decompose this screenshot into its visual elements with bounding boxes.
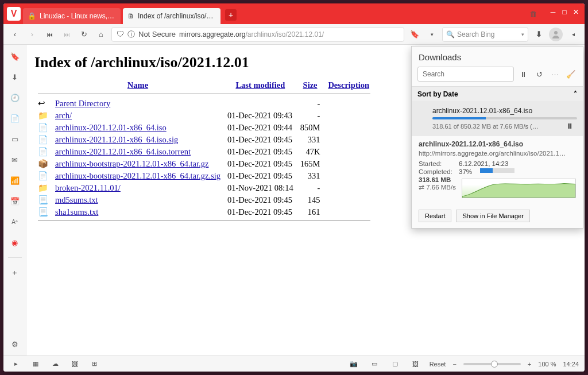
txt-icon: 📃 xyxy=(38,207,48,217)
table-row: 📃 md5sums.txt 01-Dec-2021 09:45 145 xyxy=(34,194,374,206)
directory-listing: Name Last modified Size Description ↩ Pa… xyxy=(34,79,374,225)
sort-bar[interactable]: Sort by Date ˄ xyxy=(412,86,583,102)
table-row: 📄 archlinux-2021.12.01-x86_64.iso.torren… xyxy=(34,146,374,158)
zoom-slider[interactable] xyxy=(463,363,521,365)
minimize-button[interactable]: ─ xyxy=(548,7,558,17)
panel-toggle-icon[interactable]: ▸ xyxy=(9,357,23,371)
pause-icon[interactable]: ⏸ xyxy=(566,122,574,130)
file-icon: 📄 xyxy=(38,135,48,144)
file-icon: 📄 xyxy=(38,123,48,132)
show-in-fm-button[interactable]: Show in File Manager xyxy=(456,210,529,222)
clear-icon[interactable]: 🧹 xyxy=(565,67,578,81)
back-button[interactable]: ‹ xyxy=(8,28,22,41)
parent-dir-link[interactable]: Parent Directory xyxy=(55,99,110,108)
address-bar[interactable]: 🛡 ⓘ Not Secure mirrors.aggregate.org/arc… xyxy=(111,27,404,42)
capture-icon[interactable]: 📷 xyxy=(347,357,361,371)
rewind-button[interactable]: ⏮ xyxy=(42,28,56,41)
more-icon[interactable]: ⋯ xyxy=(549,67,562,81)
col-modified[interactable]: Last modified xyxy=(224,79,297,91)
file-link[interactable]: archlinux-2021.12.01-x86_64.iso.sig xyxy=(55,135,178,144)
page-icon: 🗎 xyxy=(127,12,134,20)
tile-icon[interactable]: ▦ xyxy=(29,357,42,371)
tab-label: Linuxiac - Linux news, tuto xyxy=(40,12,116,20)
retry-icon[interactable]: ↺ xyxy=(533,67,546,81)
notes-icon[interactable]: 📄 xyxy=(8,111,22,125)
trash-icon[interactable]: 🗑 xyxy=(526,7,540,21)
table-row: 📄 archlinux-2021.12.01-x86_64.iso 01-Dec… xyxy=(34,122,374,134)
file-link[interactable]: broken-2021.11.01/ xyxy=(55,183,121,192)
chevron-down-icon[interactable]: ▾ xyxy=(521,32,524,37)
profile-avatar[interactable] xyxy=(549,28,563,41)
gz-icon: 📦 xyxy=(38,159,48,168)
vivaldi-logo: V xyxy=(7,7,21,21)
file-link[interactable]: archlinux-bootstrap-2021.12.01-x86_64.ta… xyxy=(55,159,208,168)
col-size[interactable]: Size xyxy=(297,79,324,91)
tab-active[interactable]: 🗎 Index of /archlinux/iso/202 xyxy=(123,8,220,24)
maximize-button[interactable]: □ xyxy=(559,7,570,17)
info-icon: ⓘ xyxy=(127,29,135,40)
table-row: 📁 arch/ 01-Dec-2021 09:43 - xyxy=(34,110,374,122)
file-link[interactable]: archlinux-bootstrap-2021.12.01-x86_64.ta… xyxy=(55,171,220,180)
download-item[interactable]: archlinux-2021.12.01-x86_64.iso 318.61 o… xyxy=(412,102,583,135)
downloads-button[interactable]: ⬇ xyxy=(532,28,546,41)
panel-toggle[interactable]: ◂ xyxy=(566,28,580,41)
chevron-down-icon[interactable]: ▾ xyxy=(425,28,439,41)
reset-zoom[interactable]: Reset xyxy=(430,361,446,368)
add-panel-icon[interactable]: ＋ xyxy=(8,266,22,280)
svg-point-0 xyxy=(554,31,558,34)
zoom-out[interactable]: − xyxy=(452,361,456,368)
tile-view-icon[interactable]: ⊞ xyxy=(87,357,101,371)
chevron-up-icon: ˄ xyxy=(574,90,577,98)
downloads-panel: Downloads ⏸ ↺ ⋯ 🧹 Sort by Date ˄ archlin… xyxy=(411,46,583,229)
folder-icon: 📁 xyxy=(38,183,48,192)
image-icon[interactable]: 🖼 xyxy=(68,357,82,371)
reload-button[interactable]: ↻ xyxy=(77,28,91,41)
back-icon: ↩ xyxy=(38,99,45,108)
cloud-icon[interactable]: ☁ xyxy=(48,357,62,371)
tab-inactive[interactable]: 🔒 Linuxiac - Linux news, tuto xyxy=(23,8,121,24)
downloads-icon[interactable]: ⬇ xyxy=(8,70,22,84)
forward-button[interactable]: › xyxy=(25,28,39,41)
feed-icon[interactable]: 📶 xyxy=(8,173,22,187)
zoom-in[interactable]: + xyxy=(528,361,531,368)
table-row: 📄 archlinux-2021.12.01-x86_64.iso.sig 01… xyxy=(34,134,374,146)
vivaldi-icon[interactable]: ◉ xyxy=(8,235,22,249)
view-icon[interactable]: ▭ xyxy=(368,357,381,371)
translate-icon[interactable]: Aᵃ xyxy=(8,215,22,229)
file-link[interactable]: archlinux-2021.12.01-x86_64.iso.torrent xyxy=(55,147,191,156)
restart-button[interactable]: Restart xyxy=(419,210,451,222)
search-placeholder: Search Bing xyxy=(457,30,494,38)
images-icon[interactable]: 🖼 xyxy=(409,357,423,371)
search-engine-icon: 🔍 xyxy=(446,30,455,38)
download-details: archlinux-2021.12.01-x86_64.iso http://m… xyxy=(412,135,583,206)
file-link[interactable]: arch/ xyxy=(55,111,72,120)
window-icon[interactable]: ▭ xyxy=(8,132,22,146)
col-name[interactable]: Name xyxy=(52,79,224,91)
file-link[interactable]: archlinux-2021.12.01-x86_64.iso xyxy=(55,123,167,132)
bookmarks-icon[interactable]: 🔖 xyxy=(8,49,22,63)
tab-label: Index of /archlinux/iso/202 xyxy=(138,12,216,20)
file-link[interactable]: sha1sums.txt xyxy=(55,207,98,217)
search-input[interactable]: 🔍 Search Bing ▾ xyxy=(442,27,528,42)
file-link[interactable]: md5sums.txt xyxy=(55,195,98,204)
pause-all-icon[interactable]: ⏸ xyxy=(517,67,530,81)
view2-icon[interactable]: ▢ xyxy=(388,357,402,371)
col-desc[interactable]: Description xyxy=(323,79,374,91)
downloads-search[interactable] xyxy=(417,67,514,82)
history-icon[interactable]: 🕘 xyxy=(8,91,22,105)
fastforward-button[interactable]: ⏭ xyxy=(60,28,74,41)
file-icon: 📄 xyxy=(38,171,48,180)
settings-icon[interactable]: ⚙ xyxy=(8,337,22,351)
table-row: 📃 sha1sums.txt 01-Dec-2021 09:45 161 xyxy=(34,206,374,218)
home-button[interactable]: ⌂ xyxy=(94,28,108,41)
bookmark-button[interactable]: 🔖 xyxy=(408,28,421,41)
speed-chart xyxy=(462,179,576,198)
mail-icon[interactable]: ✉ xyxy=(8,153,22,167)
zoom-level: 100 % xyxy=(538,361,556,368)
clock: 14:24 xyxy=(563,361,579,368)
new-tab-button[interactable]: + xyxy=(225,9,237,21)
folder-icon: 📁 xyxy=(38,111,48,120)
calendar-icon[interactable]: 📅 xyxy=(8,194,22,208)
file-icon: 📄 xyxy=(38,147,48,156)
close-button[interactable]: ✕ xyxy=(571,7,581,17)
